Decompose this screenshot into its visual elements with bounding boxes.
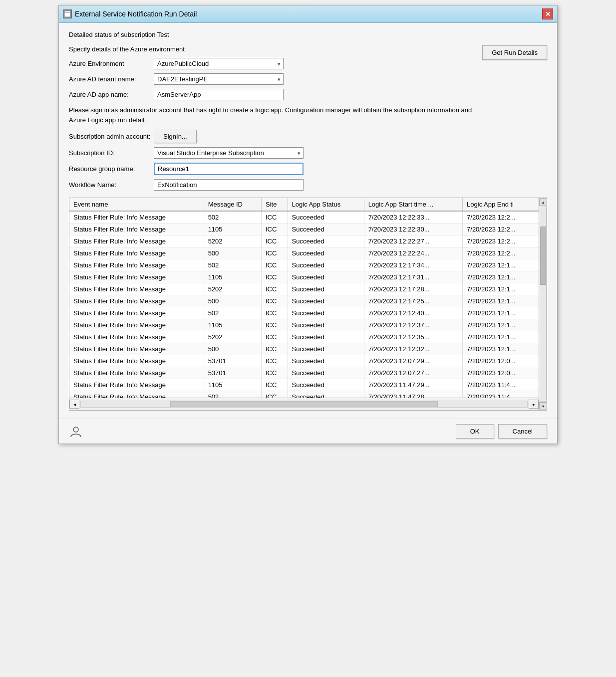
table-cell: ICC (261, 271, 288, 283)
table-cell: ICC (261, 379, 288, 391)
table-cell: Status Filter Rule: Info Message (69, 271, 204, 283)
table-cell: Succeeded (288, 307, 364, 319)
table-column-header: Event name (69, 198, 204, 211)
get-run-btn-wrapper: Get Run Details (482, 45, 547, 60)
signin-button[interactable]: SignIn... (154, 130, 197, 143)
scroll-left-button[interactable]: ◂ (69, 400, 79, 409)
table-scroll-area[interactable]: Event nameMessage IDSiteLogic App Status… (69, 198, 539, 398)
table-row[interactable]: Status Filter Rule: Info Message502ICCSu… (69, 391, 539, 398)
table-cell: Status Filter Rule: Info Message (69, 331, 204, 343)
resource-group-input[interactable] (154, 163, 304, 175)
table-row[interactable]: Status Filter Rule: Info Message500ICCSu… (69, 247, 539, 259)
table-row[interactable]: Status Filter Rule: Info Message53701ICC… (69, 355, 539, 367)
scroll-right-button[interactable]: ▸ (529, 400, 539, 409)
table-cell: Succeeded (288, 343, 364, 355)
table-column-header: Site (261, 198, 288, 211)
table-cell: 7/20/2023 12:17:28... (364, 283, 462, 295)
table-cell: 7/20/2023 12:2... (463, 235, 539, 247)
table-cell: 7/20/2023 12:1... (463, 295, 539, 307)
table-cell: ICC (261, 235, 288, 247)
ok-button[interactable]: OK (456, 424, 494, 439)
svg-point-2 (73, 427, 78, 432)
table-cell: 7/20/2023 12:1... (463, 283, 539, 295)
window-icon (63, 9, 72, 18)
table-row[interactable]: Status Filter Rule: Info Message502ICCSu… (69, 259, 539, 271)
table-row[interactable]: Status Filter Rule: Info Message1105ICCS… (69, 271, 539, 283)
table-cell: 5202 (204, 283, 261, 295)
workflow-name-row: Workflow Name: (69, 179, 547, 191)
table-cell: ICC (261, 367, 288, 379)
title-bar-left: External Service Notification Run Detail (63, 9, 197, 18)
get-run-details-button[interactable]: Get Run Details (482, 45, 547, 60)
table-cell: ICC (261, 391, 288, 398)
scroll-thumb[interactable] (170, 401, 438, 407)
subscription-id-label: Subscription ID: (69, 149, 154, 157)
table-cell: 7/20/2023 12:22:30... (364, 224, 462, 235)
table-cell: 53701 (204, 367, 261, 379)
azure-ad-app-row: Azure AD app name: (69, 89, 547, 100)
window-title: External Service Notification Run Detail (75, 10, 197, 18)
table-column-header: Logic App Start time ... (364, 198, 462, 211)
table-cell: 7/20/2023 12:1... (463, 319, 539, 331)
table-cell: 5202 (204, 331, 261, 343)
table-cell: Succeeded (288, 355, 364, 367)
table-cell: Succeeded (288, 235, 364, 247)
azure-ad-tenant-select[interactable]: DAE2ETestingPE (154, 73, 284, 85)
table-row[interactable]: Status Filter Rule: Info Message5202ICCS… (69, 283, 539, 295)
table-cell: 7/20/2023 12:07:27... (364, 367, 462, 379)
table-cell: 7/20/2023 11:47:28... (364, 391, 462, 398)
table-cell: 7/20/2023 11:4... (463, 379, 539, 391)
horizontal-scrollbar[interactable]: ◂ ▸ (69, 398, 539, 410)
table-row[interactable]: Status Filter Rule: Info Message5202ICCS… (69, 235, 539, 247)
table-cell: 7/20/2023 12:1... (463, 271, 539, 283)
table-cell: 500 (204, 295, 261, 307)
table-cell: 7/20/2023 12:17:25... (364, 295, 462, 307)
table-row[interactable]: Status Filter Rule: Info Message1105ICCS… (69, 224, 539, 235)
table-cell: Succeeded (288, 283, 364, 295)
cancel-button[interactable]: Cancel (498, 424, 547, 439)
table-row[interactable]: Status Filter Rule: Info Message500ICCSu… (69, 295, 539, 307)
scroll-down-button[interactable]: ▾ (539, 402, 547, 410)
table-cell: Succeeded (288, 247, 364, 259)
table-row[interactable]: Status Filter Rule: Info Message1105ICCS… (69, 319, 539, 331)
table-cell: 53701 (204, 355, 261, 367)
table-header-row: Event nameMessage IDSiteLogic App Status… (69, 198, 539, 211)
vscroll-thumb[interactable] (540, 226, 546, 285)
table-row[interactable]: Status Filter Rule: Info Message500ICCSu… (69, 343, 539, 355)
resource-group-label: Resource group name: (69, 165, 154, 173)
azure-env-select-wrapper[interactable]: AzurePublicCloud (154, 58, 284, 69)
bottom-bar: OK Cancel (59, 419, 557, 444)
subscription-id-select-wrapper[interactable]: Visual Studio Enterprise Subscription (154, 147, 304, 159)
table-cell: 502 (204, 307, 261, 319)
table-cell: 7/20/2023 12:12:40... (364, 307, 462, 319)
table-row[interactable]: Status Filter Rule: Info Message5202ICCS… (69, 331, 539, 343)
table-cell: ICC (261, 343, 288, 355)
table-cell: 7/20/2023 12:0... (463, 355, 539, 367)
azure-env-select[interactable]: AzurePublicCloud (154, 58, 284, 69)
notice-text: Please sign in as administrator account … (69, 105, 478, 125)
table-cell: ICC (261, 224, 288, 235)
table-cell: 7/20/2023 11:4... (463, 391, 539, 398)
vscroll-track (540, 207, 547, 402)
table-cell: Status Filter Rule: Info Message (69, 379, 204, 391)
table-cell: ICC (261, 355, 288, 367)
table-cell: Status Filter Rule: Info Message (69, 211, 204, 224)
svg-rect-0 (64, 11, 70, 17)
table-cell: Status Filter Rule: Info Message (69, 259, 204, 271)
table-column-header: Logic App Status (288, 198, 364, 211)
close-button[interactable]: ✕ (542, 8, 553, 19)
table-row[interactable]: Status Filter Rule: Info Message502ICCSu… (69, 307, 539, 319)
azure-ad-tenant-select-wrapper[interactable]: DAE2ETestingPE (154, 73, 284, 85)
subscription-id-select[interactable]: Visual Studio Enterprise Subscription (154, 147, 304, 159)
table-row[interactable]: Status Filter Rule: Info Message1105ICCS… (69, 379, 539, 391)
azure-ad-app-input[interactable] (154, 89, 284, 100)
table-row[interactable]: Status Filter Rule: Info Message502ICCSu… (69, 211, 539, 224)
resource-group-row: Resource group name: (69, 163, 547, 175)
table-row[interactable]: Status Filter Rule: Info Message53701ICC… (69, 367, 539, 379)
table-with-scrollbar: Event nameMessage IDSiteLogic App Status… (69, 198, 547, 410)
table-cell: 7/20/2023 12:1... (463, 331, 539, 343)
azure-ad-tenant-label: Azure AD tenant name: (69, 75, 154, 83)
workflow-name-input[interactable] (154, 179, 304, 191)
scroll-up-button[interactable]: ▴ (539, 198, 547, 206)
vertical-scrollbar[interactable]: ▴ ▾ (539, 198, 547, 410)
